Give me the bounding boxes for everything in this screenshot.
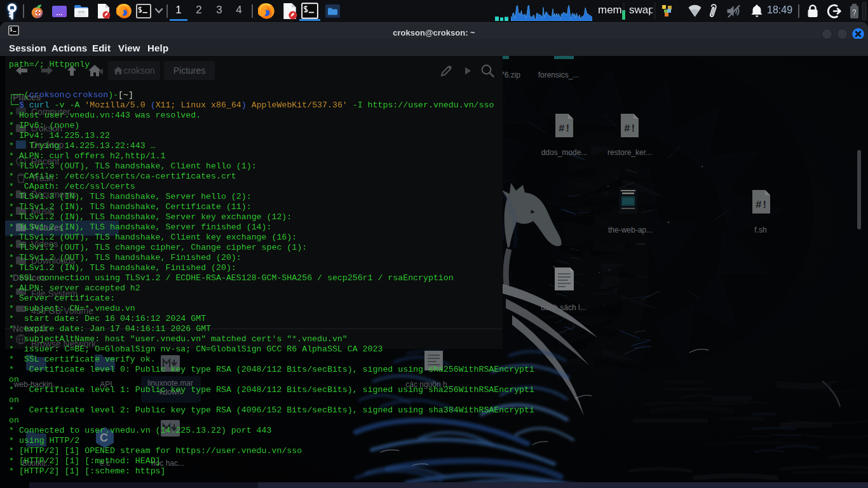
svg-text:?: ? — [852, 8, 857, 17]
